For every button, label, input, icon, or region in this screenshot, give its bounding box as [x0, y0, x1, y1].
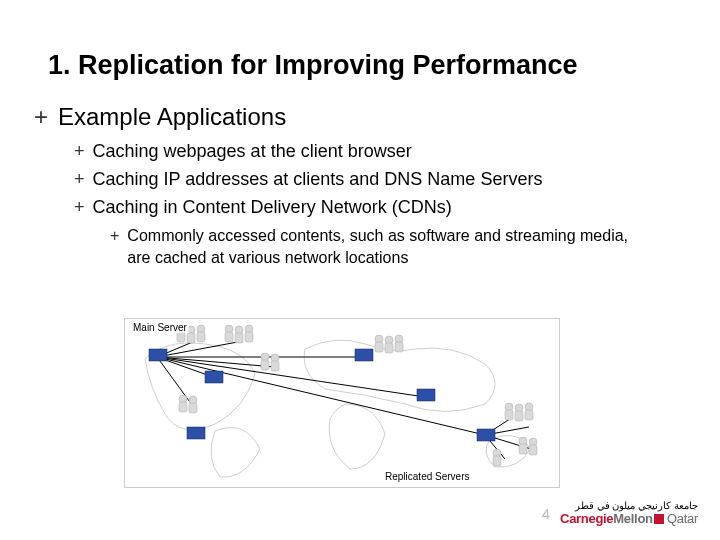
svg-rect-53 — [529, 445, 537, 455]
svg-rect-13 — [205, 371, 223, 383]
slide-title: 1. Replication for Improving Performance — [48, 50, 672, 81]
logo-square-icon — [654, 514, 664, 524]
svg-rect-21 — [187, 333, 195, 343]
figure-label-main-server: Main Server — [131, 322, 189, 333]
svg-rect-15 — [417, 389, 435, 401]
bullet-lvl2-text: Caching webpages at the client browser — [93, 139, 412, 163]
svg-rect-19 — [177, 332, 185, 342]
svg-rect-17 — [477, 429, 495, 441]
page-number: 4 — [542, 505, 550, 522]
svg-rect-49 — [525, 410, 533, 420]
svg-rect-37 — [189, 403, 197, 413]
svg-rect-47 — [515, 411, 523, 421]
slide: 1. Replication for Improving Performance… — [0, 0, 720, 540]
bullet-mark: + — [74, 139, 85, 163]
svg-rect-27 — [235, 333, 243, 343]
svg-rect-12 — [149, 349, 167, 361]
svg-rect-23 — [197, 332, 205, 342]
logo-english-text: CarnegieMellon Qatar — [558, 511, 698, 526]
bullet-lvl1-text: Example Applications — [58, 103, 286, 131]
world-map-figure: Main Server Replicated Servers — [124, 318, 560, 488]
svg-rect-35 — [179, 402, 187, 412]
bullet-lvl2-text: Caching IP addresses at clients and DNS … — [93, 167, 543, 191]
svg-rect-45 — [505, 410, 513, 420]
svg-rect-41 — [385, 343, 393, 353]
bullet-mark: + — [34, 103, 48, 131]
bullet-lvl3-text: Commonly accessed contents, such as soft… — [127, 225, 647, 269]
cmu-qatar-logo: جامعة كارنيجي ميلون في قطر CarnegieMello… — [558, 500, 698, 526]
bullet-lvl1: + Example Applications — [34, 103, 672, 131]
svg-rect-55 — [493, 456, 501, 466]
bullet-lvl2: + Caching webpages at the client browser — [74, 139, 672, 163]
logo-arabic-text: جامعة كارنيجي ميلون في قطر — [558, 500, 698, 511]
svg-rect-31 — [261, 360, 269, 370]
svg-line-6 — [157, 357, 425, 397]
logo-carnegie: Carnegie — [560, 511, 613, 526]
bullet-lvl2: + Caching IP addresses at clients and DN… — [74, 167, 672, 191]
logo-mellon: Mellon — [613, 511, 652, 526]
bullet-mark: + — [74, 195, 85, 219]
svg-rect-33 — [271, 361, 279, 371]
svg-rect-43 — [395, 342, 403, 352]
logo-qatar: Qatar — [667, 511, 698, 526]
svg-rect-29 — [245, 332, 253, 342]
bullet-lvl2: + Caching in Content Delivery Network (C… — [74, 195, 672, 219]
svg-rect-51 — [519, 444, 527, 454]
svg-rect-14 — [355, 349, 373, 361]
bullet-lvl3: + Commonly accessed contents, such as so… — [110, 225, 672, 269]
bullet-mark: + — [74, 167, 85, 191]
bullet-lvl2-text: Caching in Content Delivery Network (CDN… — [93, 195, 452, 219]
svg-line-7 — [157, 357, 485, 435]
svg-rect-25 — [225, 332, 233, 342]
figure-label-replicated-servers: Replicated Servers — [383, 471, 471, 482]
svg-rect-16 — [187, 427, 205, 439]
svg-rect-39 — [375, 342, 383, 352]
bullet-mark: + — [110, 225, 119, 247]
